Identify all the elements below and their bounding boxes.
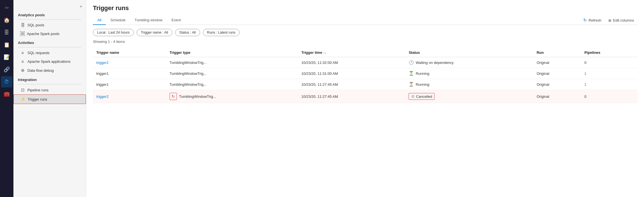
sidebar-item-pipeline-runs[interactable]: ⊡ Pipeline runs bbox=[13, 85, 86, 94]
edit-columns-action[interactable]: ≣ Edit columns bbox=[605, 16, 637, 24]
table-row: trigger1 TumblingWindowTrig... 10/23/20,… bbox=[93, 79, 637, 90]
sidebar-item-sql-pools[interactable]: 🗄 SQL pools bbox=[13, 21, 86, 29]
tab-all[interactable]: All bbox=[93, 16, 106, 25]
home-icon[interactable]: 🏠 bbox=[1, 15, 12, 26]
data-icon[interactable]: 📋 bbox=[1, 39, 12, 50]
tab-tumbling-window[interactable]: Tumbling window bbox=[130, 16, 167, 25]
pipeline-count-link[interactable]: 1 bbox=[584, 82, 586, 87]
status-text: Running bbox=[416, 82, 429, 87]
status-cell: ⏳ Running bbox=[405, 79, 533, 90]
sidebar-collapse: « bbox=[13, 2, 86, 10]
tab-schedule[interactable]: Schedule bbox=[106, 16, 130, 25]
col-pipelines: Pipelines bbox=[581, 48, 637, 57]
pipelines-cell: 0 bbox=[581, 90, 637, 103]
pipelines-cell: 1 bbox=[581, 68, 637, 79]
pipeline-icon[interactable]: 🔗 bbox=[1, 64, 12, 75]
trigger-type-cell: TumblingWindowTrig... bbox=[166, 68, 298, 79]
runs-filter-pill[interactable]: Runs : Latest runs bbox=[203, 29, 240, 36]
trigger-type-cell: TumblingWindowTrig... bbox=[166, 79, 298, 90]
running-icon: ⏳ bbox=[409, 82, 414, 87]
sidebar-item-trigger-runs[interactable]: ⚡ Trigger runs bbox=[13, 94, 86, 104]
table-header-row: Trigger name Trigger type Trigger time ↑… bbox=[93, 48, 637, 57]
database-icon[interactable]: 🗄 bbox=[1, 27, 12, 38]
trigger-name-link[interactable]: trigger2 bbox=[96, 94, 109, 99]
trigger-name-cell: trigger1 bbox=[93, 79, 166, 90]
page-title: Trigger runs bbox=[93, 4, 637, 12]
sidebar-item-data-flow[interactable]: ⊕ Data flow debug bbox=[13, 66, 86, 75]
run-cell: Original bbox=[533, 68, 581, 79]
items-count: Showing 1 - 4 items bbox=[93, 40, 637, 44]
trigger-runs-table: Trigger name Trigger type Trigger time ↑… bbox=[93, 48, 637, 103]
status-filter-pill[interactable]: Status : All bbox=[175, 29, 200, 36]
trigger-name-cell: trigger2 bbox=[93, 90, 166, 103]
run-cell: Original bbox=[533, 57, 581, 68]
trigger-type-with-icon: ↻ TumblingWindowTrig... bbox=[170, 93, 295, 100]
sidebar-item-data-flow-label: Data flow debug bbox=[27, 68, 54, 73]
analytics-pools-section-title: Analytics pools bbox=[13, 10, 86, 18]
pipeline-count-link[interactable]: 1 bbox=[584, 71, 586, 76]
col-trigger-time: Trigger time ↑↓ bbox=[298, 48, 406, 57]
spark-pools-icon: ⊞ bbox=[20, 31, 25, 36]
integration-section-title: Integration bbox=[13, 75, 86, 83]
trigger-name-cell: trigger1 bbox=[93, 68, 166, 79]
edit-columns-icon: ≣ bbox=[608, 18, 612, 22]
sidebar-item-sql-pools-label: SQL pools bbox=[27, 23, 44, 27]
col-run: Run bbox=[533, 48, 581, 57]
sidebar: « Analytics pools 🗄 SQL pools ⊞ Apache S… bbox=[13, 0, 86, 197]
run-cell: Original bbox=[533, 79, 581, 90]
monitor-icon[interactable]: ⏱ bbox=[1, 76, 12, 87]
trigger-name-link[interactable]: trigger2 bbox=[96, 61, 109, 65]
status-badge: ⏳ Running bbox=[409, 71, 429, 76]
expand-collapse-icon[interactable]: >> bbox=[1, 2, 12, 13]
refresh-icon: ↻ bbox=[583, 18, 587, 23]
rerun-icon[interactable]: ↻ bbox=[170, 93, 177, 100]
trigger-time-cell: 10/23/20, 11:31:00 AM bbox=[298, 68, 406, 79]
pipeline-runs-icon: ⊡ bbox=[20, 87, 25, 92]
activities-section-title: Activities bbox=[13, 38, 86, 46]
cancelled-badge: ⊘ Cancelled bbox=[409, 93, 435, 100]
status-badge: 🕐 Waiting on dependency bbox=[409, 60, 453, 65]
sidebar-item-sql-requests-label: SQL requests bbox=[27, 51, 50, 55]
running-icon: ⏳ bbox=[409, 71, 414, 76]
trigger-time-cell: 10/23/20, 11:27:45 AM bbox=[298, 90, 406, 103]
collapse-sidebar-button[interactable]: « bbox=[78, 3, 84, 9]
status-cell: ⊘ Cancelled bbox=[405, 90, 533, 103]
develop-icon[interactable]: 📝 bbox=[1, 52, 12, 63]
refresh-action[interactable]: ↻ Refresh bbox=[580, 16, 605, 24]
pipelines-cell: 0 bbox=[581, 57, 637, 68]
sql-pools-icon: 🗄 bbox=[20, 23, 25, 27]
spark-apps-icon: ≡ bbox=[20, 59, 25, 64]
table-row: trigger1 TumblingWindowTrig... 10/23/20,… bbox=[93, 68, 637, 79]
trigger-time-cell: 10/23/20, 11:32:00 AM bbox=[298, 57, 406, 68]
name-filter-pill[interactable]: Trigger name : All bbox=[137, 29, 172, 36]
edit-columns-label: Edit columns bbox=[613, 18, 634, 22]
cancelled-icon: ⊘ bbox=[411, 94, 415, 99]
tab-event[interactable]: Event bbox=[167, 16, 185, 25]
sidebar-item-spark-pools-label: Apache Spark pools bbox=[27, 32, 59, 36]
trigger-runs-icon: ⚡ bbox=[20, 97, 25, 102]
col-trigger-name: Trigger name bbox=[93, 48, 166, 57]
time-filter-pill[interactable]: Local : Last 24 hours bbox=[93, 29, 134, 36]
sidebar-item-trigger-runs-label: Trigger runs bbox=[28, 97, 47, 101]
col-trigger-type: Trigger type bbox=[166, 48, 298, 57]
sidebar-item-sql-requests[interactable]: ≡ SQL requests bbox=[13, 48, 86, 57]
status-text: Running bbox=[416, 71, 429, 76]
status-text: Waiting on dependency bbox=[416, 61, 453, 65]
sql-requests-icon: ≡ bbox=[20, 50, 25, 55]
refresh-label: Refresh bbox=[589, 18, 601, 22]
table-row: trigger2 TumblingWindowTrig... 10/23/20,… bbox=[93, 57, 637, 68]
sidebar-item-pipeline-runs-label: Pipeline runs bbox=[27, 88, 48, 92]
filter-bar: Local : Last 24 hours Trigger name : All… bbox=[93, 29, 637, 36]
manage-icon[interactable]: 🧰 bbox=[1, 89, 12, 100]
sidebar-item-spark-apps[interactable]: ≡ Apache Spark applications bbox=[13, 57, 86, 66]
run-cell: Original bbox=[533, 90, 581, 103]
status-cell: 🕐 Waiting on dependency bbox=[405, 57, 533, 68]
waiting-icon: 🕐 bbox=[409, 60, 414, 65]
table-row: trigger2 ↻ TumblingWindowTrig... 10/23/2… bbox=[93, 90, 637, 103]
status-text: Cancelled bbox=[416, 94, 432, 99]
trigger-name-cell: trigger2 bbox=[93, 57, 166, 68]
sidebar-item-spark-pools[interactable]: ⊞ Apache Spark pools bbox=[13, 29, 86, 38]
trigger-type-cell: TumblingWindowTrig... bbox=[166, 57, 298, 68]
trigger-time-cell: 10/23/20, 11:27:45 AM bbox=[298, 79, 406, 90]
sort-icon[interactable]: ↑↓ bbox=[323, 51, 326, 54]
